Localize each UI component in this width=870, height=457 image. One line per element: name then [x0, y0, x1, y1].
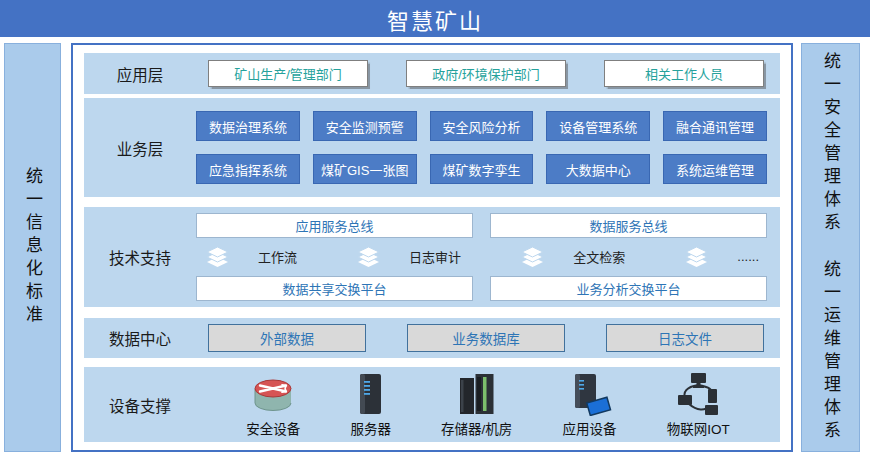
equipment-item: 服务器	[350, 372, 391, 438]
smart-mine-architecture-diagram: 智慧矿山 统一信息化标准 应用层 矿山生产/管理部门 政府/环境保护部门 相关工…	[0, 0, 870, 457]
business-box: 融合通讯管理	[663, 111, 767, 141]
middleware-item: 日志审计	[355, 246, 461, 268]
platform-row: 数据共享交换平台 业务分析交换平台	[196, 276, 767, 301]
iot-network-icon	[674, 372, 722, 416]
business-box: 系统运维管理	[663, 154, 767, 184]
middleware-label: 日志审计	[409, 247, 461, 266]
layer-tech-support-label: 技术支持	[84, 246, 196, 268]
tech-support-content: 应用服务总线 数据服务总线 工作流	[196, 213, 767, 301]
equipment-item: 安全设备	[246, 372, 300, 438]
pillar-info-standard-label: 统一信息化标准	[24, 167, 41, 328]
layer-equipment-label: 设备支撑	[84, 394, 196, 416]
business-box: 设备管理系统	[546, 111, 650, 141]
layer-business: 业务层 数据治理系统 安全监测预警 安全风险分析 设备管理系统 融合通讯管理 应…	[84, 98, 780, 197]
business-box: 安全风险分析	[430, 111, 534, 141]
platform-box: 数据共享交换平台	[196, 276, 473, 301]
service-bus-box: 应用服务总线	[196, 213, 473, 238]
business-box: 大数据中心	[546, 154, 650, 184]
business-box: 数据治理系统	[196, 111, 300, 141]
middleware-item: 全文检索	[519, 246, 625, 268]
service-bus-row: 应用服务总线 数据服务总线	[196, 213, 767, 238]
layer-tech-support: 技术支持 应用服务总线 数据服务总线 工作流	[84, 207, 780, 307]
equipment-label: 应用设备	[563, 418, 617, 438]
pillar-security-ops: 统一安全管理体系 统一运维管理体系	[801, 43, 860, 452]
middleware-item: 工作流	[204, 246, 297, 268]
pillar-ops-label: 统一运维管理体系	[822, 260, 839, 444]
layers-icon	[204, 246, 231, 268]
firewall-icon	[249, 372, 297, 416]
app-device-icon	[568, 372, 612, 416]
layer-equipment: 设备支撑 安全设备	[84, 367, 780, 442]
middleware-label: 全文检索	[573, 247, 625, 266]
pillar-info-standard: 统一信息化标准	[4, 43, 61, 452]
application-boxes: 矿山生产/管理部门 政府/环境保护部门 相关工作人员	[196, 60, 780, 87]
middleware-label: 工作流	[258, 247, 297, 266]
layers-icon	[519, 246, 546, 268]
storage-rack-icon	[457, 372, 497, 416]
equipment-label: 服务器	[350, 418, 391, 438]
business-box: 煤矿GIS一张图	[313, 154, 417, 184]
business-box: 煤矿数字孪生	[430, 154, 534, 184]
layer-application: 应用层 矿山生产/管理部门 政府/环境保护部门 相关工作人员	[84, 53, 780, 94]
equipment-label: 物联网IOT	[667, 418, 730, 438]
layers-icon	[683, 246, 710, 268]
data-center-box: 外部数据	[208, 324, 366, 352]
layer-application-label: 应用层	[84, 63, 196, 85]
main-panel: 应用层 矿山生产/管理部门 政府/环境保护部门 相关工作人员 业务层 数据治理系…	[71, 43, 793, 452]
middleware-label: ......	[737, 249, 759, 264]
pillar-security-label: 统一安全管理体系	[822, 52, 839, 236]
layers-icon	[355, 246, 382, 268]
layer-business-label: 业务层	[84, 137, 196, 159]
equipment-item: 存储器/机房	[441, 372, 512, 438]
platform-box: 业务分析交换平台	[490, 276, 767, 301]
equipment-label: 安全设备	[246, 418, 300, 438]
application-box: 相关工作人员	[604, 60, 764, 87]
data-center-box: 业务数据库	[407, 324, 565, 352]
business-box: 安全监测预警	[313, 111, 417, 141]
layer-data-center-label: 数据中心	[84, 327, 196, 349]
application-box: 政府/环境保护部门	[406, 60, 566, 87]
middleware-row: 工作流 日志审计	[196, 246, 767, 268]
equipment-label: 存储器/机房	[441, 418, 512, 438]
business-boxes: 数据治理系统 安全监测预警 安全风险分析 设备管理系统 融合通讯管理 应急指挥系…	[196, 111, 767, 184]
equipment-items: 安全设备 服务	[196, 372, 780, 438]
page-title: 智慧矿山	[0, 0, 870, 37]
data-center-boxes: 外部数据 业务数据库 日志文件	[196, 324, 780, 352]
middleware-item: ......	[683, 246, 759, 268]
data-center-box: 日志文件	[606, 324, 764, 352]
application-box: 矿山生产/管理部门	[208, 60, 368, 87]
server-tower-icon	[358, 372, 384, 416]
layer-data-center: 数据中心 外部数据 业务数据库 日志文件	[84, 318, 780, 358]
business-box: 应急指挥系统	[196, 154, 300, 184]
service-bus-box: 数据服务总线	[490, 213, 767, 238]
diagram-body: 统一信息化标准 应用层 矿山生产/管理部门 政府/环境保护部门 相关工作人员 业…	[0, 43, 870, 452]
equipment-item: 物联网IOT	[667, 372, 730, 438]
equipment-item: 应用设备	[563, 372, 617, 438]
